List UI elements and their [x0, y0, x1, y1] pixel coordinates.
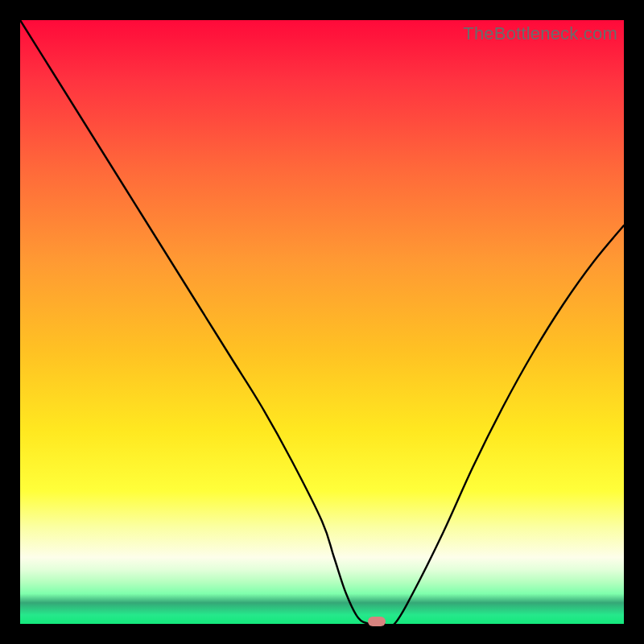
chart-frame: TheBottleneck.com	[0, 0, 644, 644]
plot-area: TheBottleneck.com	[20, 20, 624, 624]
optimum-marker	[368, 617, 386, 626]
bottleneck-curve	[20, 20, 624, 624]
